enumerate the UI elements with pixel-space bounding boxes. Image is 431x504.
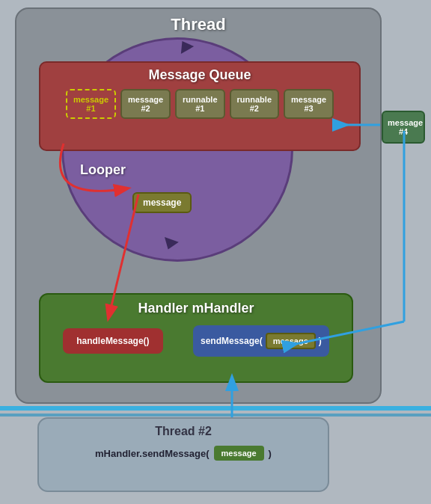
message-queue-title: Message Queue	[40, 63, 359, 83]
thread2-close: )	[269, 448, 272, 459]
handle-message-box: handleMessage()	[63, 328, 162, 354]
thread-title: Thread	[16, 15, 380, 34]
runnable-1: runnable#1	[175, 89, 224, 119]
thread-container: Thread Message Queue message#1 message#2…	[15, 7, 382, 404]
thread2-title: Thread #2	[39, 419, 328, 438]
send-message-close: )	[319, 336, 322, 346]
thread2-content: mHandler.sendMessage( message )	[39, 446, 328, 461]
thread2-message: message	[214, 446, 264, 461]
handler-title: Handler mHandler	[40, 295, 352, 316]
message-1: message#1	[66, 89, 116, 119]
thread2-send-label: mHandler.sendMessage(	[95, 448, 209, 459]
thread2-container: Thread #2 mHandler.sendMessage( message …	[37, 417, 329, 492]
send-message-msg: message	[266, 333, 316, 349]
message-queue: Message Queue message#1 message#2 runnab…	[39, 61, 361, 151]
handler-container: Handler mHandler handleMessage() sendMes…	[39, 293, 353, 383]
message-2: message#2	[120, 89, 171, 119]
looper-message: message	[132, 192, 192, 213]
handler-items: handleMessage() sendMessage( message )	[40, 325, 352, 357]
message-4: message#4	[382, 111, 425, 144]
message-3: message#3	[284, 89, 334, 119]
looper-label: Looper	[80, 162, 126, 178]
runnable-2: runnable#2	[230, 89, 279, 119]
send-message-label: sendMessage(	[201, 336, 263, 346]
blue-separator-top	[0, 406, 431, 411]
message-queue-items: message#1 message#2 runnable#1 runnable#…	[40, 89, 359, 119]
send-message-box: sendMessage( message )	[193, 325, 329, 357]
blue-separator-bottom	[0, 414, 431, 417]
